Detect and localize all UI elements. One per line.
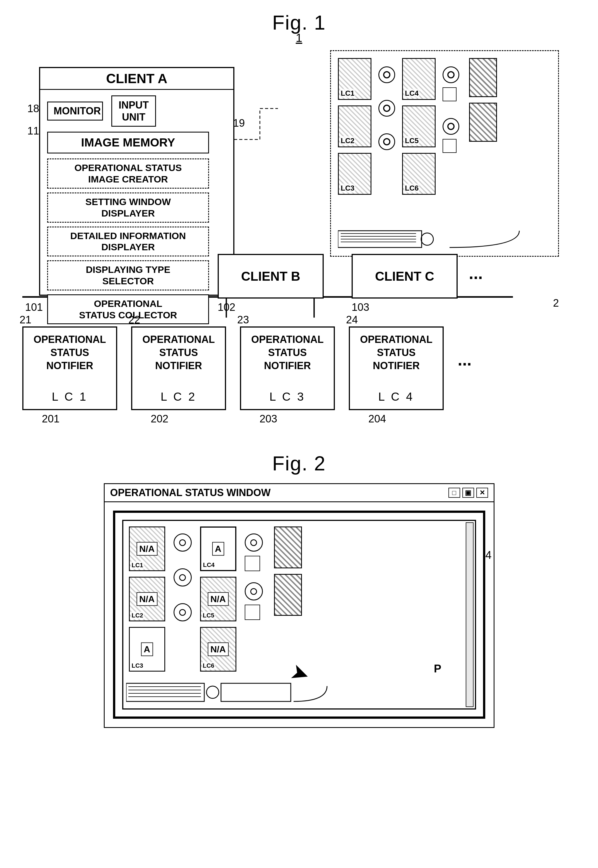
- maximize-button[interactable]: ▣: [462, 488, 474, 498]
- lc3-notifier-label: OPERATIONALSTATUSNOTIFIER: [241, 327, 334, 378]
- inject-column: [443, 58, 459, 249]
- pump3-icon: [378, 133, 395, 150]
- lc4-notifier-box: OPERATIONALSTATUSNOTIFIER L C 4: [349, 326, 444, 410]
- fig2-lc6-status: N/A: [208, 642, 229, 656]
- lc2-unit: LC2: [338, 106, 371, 147]
- fig2-cabinet-bottom: [126, 681, 335, 706]
- cabinet-bottom: [338, 225, 528, 253]
- fig2-lc1-id: LC1: [131, 561, 144, 569]
- fig2-lc5-status: N/A: [208, 592, 229, 606]
- client-b-box: CLIENT B: [218, 254, 324, 299]
- ref-102: 102: [218, 301, 235, 313]
- fig2-lc4[interactable]: A LC4: [200, 526, 236, 571]
- module-15: DETAILED INFORMATIONDISPLAYER: [47, 227, 209, 257]
- lc2-name: L C 2: [132, 390, 225, 403]
- window-title: OPERATIONAL STATUS WINDOW: [110, 487, 271, 499]
- client-a-box: CLIENT A MONITOR INPUTUNIT IMAGE MEMORY …: [39, 67, 235, 296]
- lc2-notifier: 22 OPERATIONALSTATUSNOTIFIER L C 2 202: [131, 326, 226, 410]
- fig2-lc1[interactable]: N/A LC1: [129, 526, 165, 571]
- inject1-box: [443, 87, 456, 101]
- fig1-area: CLIENT A MONITOR INPUTUNIT IMAGE MEMORY …: [22, 50, 576, 435]
- lc1-notifier-box: OPERATIONALSTATUSNOTIFIER L C 1: [22, 326, 117, 410]
- lc1-notifier-label: OPERATIONALSTATUSNOTIFIER: [24, 327, 116, 378]
- lc4-unit: LC4: [402, 58, 436, 100]
- module-13: SETTING WINDOWDISPLAYER: [47, 193, 209, 223]
- lc4-notifier: 24 OPERATIONALSTATUSNOTIFIER L C 4 204: [349, 326, 444, 410]
- lc-right-column: LC4 LC5 LC6: [402, 58, 436, 249]
- module-16: DISPLAYING TYPESELECTOR: [47, 260, 209, 290]
- ref-21: 21: [19, 314, 31, 326]
- fig2-lc2-id: LC2: [131, 612, 144, 619]
- fig2-lc6[interactable]: N/A LC6: [200, 627, 236, 672]
- ref-204: 204: [368, 413, 386, 425]
- fig2-right-column: A LC4 N/A LC5 N/A: [200, 526, 236, 703]
- ref-18: 18: [27, 103, 39, 115]
- monitor-box: MONITOR: [47, 102, 103, 121]
- lc3-notifier: 23 OPERATIONALSTATUSNOTIFIER L C 3 203: [240, 326, 335, 410]
- fig2-lc2[interactable]: N/A LC2: [129, 577, 165, 621]
- lc1-notifier: 21 OPERATIONALSTATUSNOTIFIER L C 1 201: [22, 326, 117, 410]
- module-12: OPERATIONAL STATUSIMAGE CREATOR: [47, 158, 209, 188]
- fig2-lc6-id: LC6: [202, 662, 215, 669]
- fig2-lc1-status: N/A: [136, 542, 157, 556]
- hatched2: [469, 103, 497, 142]
- dots-notifiers: ···: [457, 354, 472, 438]
- inject2-icon: [443, 118, 459, 135]
- fig2-lc3[interactable]: A LC3: [129, 627, 165, 672]
- lc3-notifier-box: OPERATIONALSTATUSNOTIFIER L C 3: [240, 326, 335, 410]
- fig1-number: 1: [296, 31, 302, 44]
- fig2-inject2: [245, 582, 263, 601]
- minimize-button[interactable]: □: [448, 488, 460, 498]
- fig2-area: OPERATIONAL STATUS WINDOW □ ▣ ✕: [104, 483, 495, 728]
- apparatus-view: N/A LC1 N/A LC2 A: [113, 511, 485, 719]
- ref-101: 101: [25, 301, 43, 313]
- module-14: OPERATIONALSTATUS COLLECTOR: [47, 294, 209, 324]
- fig2-pump-column: [173, 526, 192, 703]
- pump-column: [378, 58, 395, 249]
- ref-22: 22: [129, 314, 140, 326]
- ref-103: 103: [351, 301, 369, 313]
- ref-201: 201: [42, 413, 60, 425]
- svg-rect-31: [221, 683, 291, 701]
- lc1-unit: LC1: [338, 58, 371, 100]
- fig2-inject2-box: [245, 605, 260, 620]
- fig2-lc4-status: A: [212, 542, 224, 556]
- operational-window: OPERATIONAL STATUS WINDOW □ ▣ ✕: [104, 483, 495, 728]
- fig2-title: Fig. 2: [22, 452, 576, 475]
- lc-left-column: LC1 LC2 LC3: [338, 58, 371, 249]
- page: Fig. 1 1: [0, 0, 598, 868]
- scrollbar[interactable]: [466, 522, 474, 707]
- fig2-lc5[interactable]: N/A LC5: [200, 577, 236, 621]
- close-button[interactable]: ✕: [476, 488, 488, 498]
- fig2-section: Fig. 2 OPERATIONAL STATUS WINDOW □ ▣ ✕: [22, 452, 576, 728]
- dots-clients: ···: [469, 268, 483, 287]
- fig2-left-column: N/A LC1 N/A LC2 A: [129, 526, 165, 703]
- apparatus-inner-view: N/A LC1 N/A LC2 A: [122, 520, 476, 710]
- svg-rect-25: [126, 683, 204, 701]
- image-memory-box: IMAGE MEMORY: [47, 132, 209, 154]
- fig2-lc3-id: LC3: [131, 662, 144, 669]
- fig2-lc3-status: A: [141, 642, 153, 656]
- client-a-label: CLIENT A: [40, 68, 233, 90]
- fig2-lc5-id: LC5: [202, 612, 215, 619]
- ref-202: 202: [151, 413, 168, 425]
- ref-23: 23: [237, 314, 249, 326]
- pump1-icon: [378, 66, 395, 83]
- ref-19: 19: [233, 117, 245, 129]
- ref-4: 4: [485, 549, 492, 561]
- fig2-pump3: [173, 603, 192, 621]
- lc2-notifier-label: OPERATIONALSTATUSNOTIFIER: [132, 327, 225, 378]
- inject2-box: [443, 139, 456, 153]
- window-controls[interactable]: □ ▣ ✕: [448, 488, 488, 498]
- ref-11: 11: [27, 125, 39, 137]
- window-content: N/A LC1 N/A LC2 A: [105, 502, 493, 727]
- window-titlebar: OPERATIONAL STATUS WINDOW □ ▣ ✕: [105, 484, 493, 502]
- input-unit-box: INPUTUNIT: [111, 96, 156, 127]
- lc-notifiers: 21 OPERATIONALSTATUSNOTIFIER L C 1 201 2…: [22, 326, 472, 410]
- analyzing-box: LC1 LC2 LC3 LC4 LC5 LC6: [330, 50, 559, 257]
- ref-p: P: [434, 662, 441, 675]
- lc4-notifier-label: OPERATIONALSTATUSNOTIFIER: [350, 327, 443, 378]
- lc1-name: L C 1: [24, 390, 116, 403]
- fig2-inject1-box: [245, 556, 260, 571]
- fig2-pump1: [173, 533, 192, 551]
